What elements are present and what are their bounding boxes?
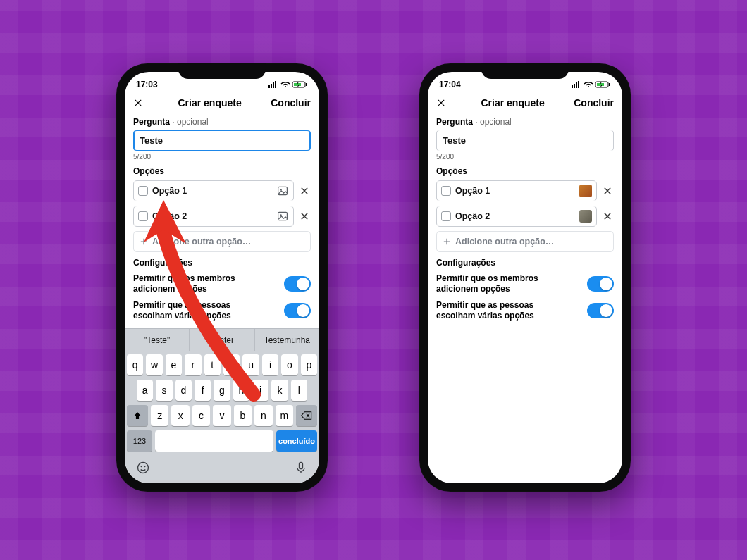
close-icon bbox=[300, 211, 309, 221]
signal-icon bbox=[268, 81, 278, 88]
microphone-icon bbox=[294, 461, 308, 475]
shift-icon bbox=[132, 411, 142, 421]
settings-section-header: Configurações bbox=[133, 258, 311, 268]
letter-key-f[interactable]: f bbox=[195, 380, 211, 401]
letter-key-u[interactable]: u bbox=[242, 354, 259, 375]
backspace-icon bbox=[301, 411, 312, 421]
status-time: 17:04 bbox=[439, 80, 461, 89]
letter-key-l[interactable]: l bbox=[291, 380, 307, 401]
letter-key-e[interactable]: e bbox=[166, 354, 182, 375]
letter-key-y[interactable]: y bbox=[223, 354, 240, 375]
keyboard-done-key[interactable]: concluído bbox=[276, 430, 317, 452]
image-icon bbox=[277, 211, 288, 222]
plus-icon bbox=[140, 237, 148, 246]
letter-key-j[interactable]: j bbox=[252, 380, 268, 401]
option-image-thumbnail[interactable] bbox=[579, 210, 592, 223]
phone-frame-right: 17:04 Criar enquete Concluir Pergunta · … bbox=[419, 63, 631, 492]
close-icon bbox=[603, 211, 612, 221]
toggle-allow-members-add[interactable] bbox=[284, 276, 311, 292]
delete-option-button[interactable] bbox=[298, 210, 311, 223]
option-row[interactable]: Opção 2 bbox=[133, 206, 294, 227]
question-input[interactable]: Teste bbox=[133, 130, 311, 151]
svg-rect-18 bbox=[576, 82, 577, 88]
letter-key-c[interactable]: c bbox=[192, 405, 210, 426]
letter-key-o[interactable]: o bbox=[281, 354, 297, 375]
svg-rect-16 bbox=[572, 85, 573, 88]
add-image-button[interactable] bbox=[276, 185, 289, 197]
keyboard-prediction[interactable]: Testemunha bbox=[255, 329, 319, 351]
keyboard-prediction[interactable]: "Teste" bbox=[125, 329, 190, 351]
letter-key-h[interactable]: h bbox=[233, 380, 249, 401]
svg-rect-10 bbox=[278, 212, 288, 220]
phone-frame-left: 17:03 Criar enquete Concluir Pergunta · … bbox=[116, 63, 328, 492]
letter-key-z[interactable]: z bbox=[151, 405, 168, 426]
letter-key-a[interactable]: a bbox=[137, 380, 153, 401]
option-label[interactable]: Opção 1 bbox=[152, 186, 276, 196]
close-icon bbox=[133, 98, 143, 108]
option-row[interactable]: Opção 1 bbox=[436, 180, 597, 201]
options-section-header: Opções bbox=[133, 166, 311, 176]
close-button[interactable] bbox=[436, 98, 452, 108]
delete-option-button[interactable] bbox=[601, 185, 614, 197]
notch bbox=[481, 63, 569, 79]
letter-key-b[interactable]: b bbox=[234, 405, 252, 426]
toggle-allow-multiple[interactable] bbox=[284, 303, 311, 318]
option-image-thumbnail[interactable] bbox=[579, 185, 592, 197]
dictation-key[interactable] bbox=[294, 461, 308, 478]
toggle-allow-multiple[interactable] bbox=[587, 303, 614, 318]
add-image-button[interactable] bbox=[276, 210, 289, 223]
backspace-key[interactable] bbox=[296, 405, 317, 426]
options-section-header: Opções bbox=[436, 166, 614, 176]
add-option-button[interactable]: Adicione outra opção… bbox=[436, 231, 614, 252]
letter-key-p[interactable]: p bbox=[301, 354, 317, 375]
close-icon bbox=[436, 98, 446, 108]
question-input[interactable]: Teste bbox=[436, 130, 614, 151]
letter-key-q[interactable]: q bbox=[127, 354, 143, 375]
toggle-allow-members-add[interactable] bbox=[587, 276, 614, 292]
close-icon bbox=[603, 186, 612, 196]
option-checkbox[interactable] bbox=[441, 211, 451, 221]
svg-rect-7 bbox=[306, 83, 307, 86]
svg-point-13 bbox=[141, 466, 142, 467]
letter-key-m[interactable]: m bbox=[276, 405, 293, 426]
letter-key-r[interactable]: r bbox=[185, 354, 201, 375]
svg-point-12 bbox=[138, 463, 149, 473]
option-label[interactable]: Opção 1 bbox=[455, 186, 579, 196]
shift-key[interactable] bbox=[127, 405, 148, 426]
svg-rect-17 bbox=[574, 84, 575, 88]
option-label[interactable]: Opção 2 bbox=[455, 211, 579, 221]
letter-key-v[interactable]: v bbox=[213, 405, 230, 426]
option-row[interactable]: Opção 2 bbox=[436, 206, 597, 227]
done-button[interactable]: Concluir bbox=[574, 97, 614, 108]
space-key[interactable] bbox=[155, 430, 273, 452]
letter-key-i[interactable]: i bbox=[262, 354, 278, 375]
wifi-icon bbox=[584, 81, 593, 88]
letter-key-x[interactable]: x bbox=[171, 405, 189, 426]
close-button[interactable] bbox=[133, 98, 149, 108]
battery-charging-icon bbox=[292, 81, 308, 88]
letter-key-t[interactable]: t bbox=[204, 354, 221, 375]
option-checkbox[interactable] bbox=[138, 186, 148, 196]
add-option-button[interactable]: Adicione outra opção… bbox=[133, 231, 311, 252]
letter-key-n[interactable]: n bbox=[254, 405, 272, 426]
letter-key-g[interactable]: g bbox=[214, 380, 230, 401]
option-checkbox[interactable] bbox=[138, 211, 148, 221]
numeric-key[interactable]: 123 bbox=[127, 430, 152, 452]
option-label[interactable]: Opção 2 bbox=[152, 211, 276, 221]
delete-option-button[interactable] bbox=[601, 210, 614, 223]
add-option-label: Adicione outra opção… bbox=[455, 237, 554, 247]
done-button[interactable]: Concluir bbox=[271, 97, 311, 108]
option-row[interactable]: Opção 1 bbox=[133, 180, 294, 201]
letter-key-s[interactable]: s bbox=[156, 380, 172, 401]
option-checkbox[interactable] bbox=[441, 186, 451, 196]
svg-rect-19 bbox=[578, 81, 579, 88]
delete-option-button[interactable] bbox=[298, 185, 311, 197]
settings-section-header: Configurações bbox=[436, 258, 614, 268]
svg-point-14 bbox=[144, 466, 146, 467]
letter-key-k[interactable]: k bbox=[271, 380, 288, 401]
emoji-key[interactable] bbox=[136, 461, 150, 478]
keyboard-prediction[interactable]: Testei bbox=[190, 329, 254, 351]
letter-key-w[interactable]: w bbox=[146, 354, 162, 375]
svg-rect-23 bbox=[609, 83, 610, 86]
letter-key-d[interactable]: d bbox=[175, 380, 192, 401]
